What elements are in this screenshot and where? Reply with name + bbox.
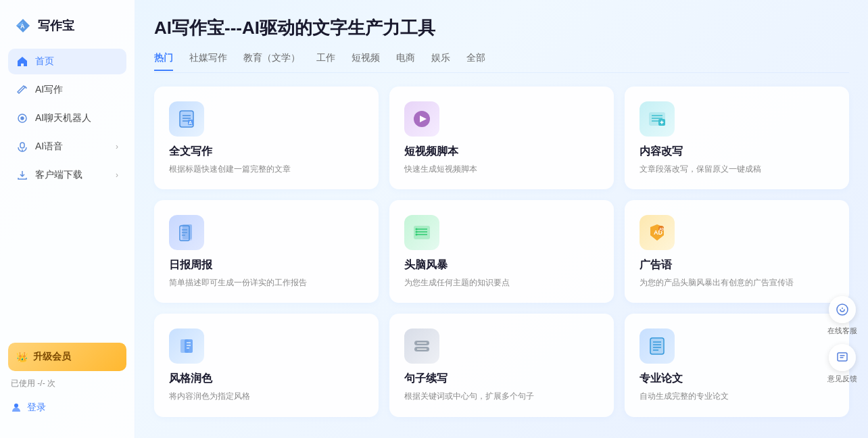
service-icon: [836, 303, 849, 316]
card-thesis[interactable]: 专业论文 自动生成完整的专业论文: [625, 314, 849, 416]
card-desc-thesis: 自动生成完整的专业论文: [640, 390, 834, 403]
card-title-short-video: 短视频脚本: [404, 145, 599, 159]
tab-ecom[interactable]: 电商: [396, 52, 415, 71]
sidebar-item-ai-chat[interactable]: AI聊天机器人: [8, 105, 126, 131]
upgrade-label: 升级会员: [33, 351, 71, 363]
login-button[interactable]: 登录: [8, 396, 126, 419]
logo-text: 写作宝: [38, 18, 74, 34]
main-content: AI写作宝---AI驱动的文字生产力工具 热门 社媒写作 教育（文学） 工作 短…: [135, 0, 868, 438]
sidebar-item-home-label: 首页: [35, 55, 54, 68]
chevron-right-icon: ›: [116, 142, 118, 151]
feedback-icon: [836, 351, 849, 364]
card-icon-daily-report: [169, 215, 204, 250]
card-desc-full-write: 根据标题快速创建一篇完整的文章: [169, 163, 364, 176]
sidebar-item-ai-chat-label: AI聊天机器人: [35, 112, 91, 124]
chat-icon: [16, 112, 28, 124]
card-content-rewrite[interactable]: 内容改写 文章段落改写，保留原义一键成稿: [625, 87, 849, 189]
svg-point-4: [21, 117, 24, 120]
card-style-polish[interactable]: 风格润色 将内容润色为指定风格: [154, 314, 379, 416]
page-title: AI写作宝---AI驱动的文字生产力工具: [154, 16, 849, 40]
online-service-button[interactable]: 在线客服: [827, 296, 857, 336]
svg-rect-39: [185, 339, 193, 353]
login-label: 登录: [27, 402, 46, 414]
chevron-right-icon2: ›: [116, 170, 118, 180]
card-title-continue-writing: 句子续写: [404, 372, 599, 386]
feedback-label: 意见反馈: [827, 374, 857, 384]
card-continue-writing[interactable]: 句子续写 根据关键词或中心句，扩展多个句子: [389, 314, 614, 416]
sidebar-item-download-label: 客户端下载: [35, 169, 82, 181]
voice-icon: [16, 141, 28, 153]
cards-grid: A 全文写作 根据标题快速创建一篇完整的文章 短视频脚本 快速生成短视频脚本: [154, 87, 849, 417]
sidebar-item-download[interactable]: 客户端下载 ›: [8, 162, 126, 188]
svg-point-32: [416, 228, 418, 230]
tab-social[interactable]: 社媒写作: [189, 52, 227, 71]
svg-rect-47: [650, 338, 664, 354]
svg-point-33: [416, 231, 418, 233]
tab-video[interactable]: 短视频: [352, 52, 380, 71]
card-short-video[interactable]: 短视频脚本 快速生成短视频脚本: [389, 87, 614, 189]
svg-point-53: [837, 304, 848, 315]
tab-all[interactable]: 全部: [466, 52, 485, 71]
sidebar-item-home[interactable]: 首页: [8, 49, 126, 74]
card-icon-style-polish: [169, 328, 204, 364]
feedback-button[interactable]: 意见反馈: [827, 344, 857, 384]
upgrade-button[interactable]: 👑 升级会员: [8, 343, 126, 371]
crown-icon: 👑: [16, 351, 28, 362]
card-desc-content-rewrite: 文章段落改写，保留原义一键成稿: [640, 163, 834, 176]
card-desc-continue-writing: 根据关键词或中心句，扩展多个句子: [404, 390, 599, 403]
tab-hot[interactable]: 热门: [154, 52, 173, 71]
svg-point-34: [416, 234, 418, 236]
svg-text:AD: AD: [659, 227, 665, 231]
card-desc-style-polish: 将内容润色为指定风格: [169, 390, 364, 403]
card-ad-copy[interactable]: AD AD 广告语 为您的产品头脑风暴出有创意的广告宣传语: [625, 200, 849, 303]
tab-ent[interactable]: 娱乐: [431, 52, 450, 71]
sidebar: A 写作宝 首页 AI写作: [0, 0, 135, 438]
card-title-content-rewrite: 内容改写: [640, 145, 834, 159]
svg-rect-23: [183, 224, 192, 239]
card-desc-short-video: 快速生成短视频脚本: [404, 163, 599, 176]
card-desc-daily-report: 简单描述即可生成一份详实的工作报告: [169, 276, 364, 289]
tab-edu[interactable]: 教育（文学）: [243, 52, 300, 71]
card-desc-brainstorm: 为您生成任何主题的知识要点: [404, 276, 599, 289]
user-icon: [11, 402, 22, 413]
sidebar-item-ai-write-label: AI写作: [35, 84, 63, 96]
card-title-daily-report: 日报周报: [169, 258, 364, 272]
tabs-bar: 热门 社媒写作 教育（文学） 工作 短视频 电商 娱乐 全部: [154, 52, 849, 73]
logo-icon: A: [14, 16, 32, 35]
sidebar-nav: 首页 AI写作 AI聊天机器人: [0, 49, 135, 335]
download-icon: [16, 169, 28, 181]
card-full-write[interactable]: A 全文写作 根据标题快速创建一篇完整的文章: [154, 87, 379, 189]
card-icon-ad-copy: AD AD: [640, 215, 675, 250]
svg-text:A: A: [189, 120, 192, 125]
card-icon-content-rewrite: [640, 101, 675, 137]
home-icon: [16, 55, 28, 68]
card-icon-brainstorm: [404, 215, 439, 250]
card-desc-ad-copy: 为您的产品头脑风暴出有创意的广告宣传语: [640, 276, 834, 289]
card-icon-continue-writing: [404, 328, 439, 364]
sidebar-bottom: 👑 升级会员 已使用 -/- 次 登录: [0, 335, 135, 427]
online-service-label: 在线客服: [827, 326, 857, 336]
svg-text:A: A: [20, 23, 25, 30]
card-daily-report[interactable]: 日报周报 简单描述即可生成一份详实的工作报告: [154, 200, 379, 303]
logo: A 写作宝: [0, 11, 135, 49]
pen-icon: [16, 84, 28, 96]
card-brainstorm[interactable]: 头脑风暴 为您生成任何主题的知识要点: [389, 200, 614, 303]
card-icon-thesis: [640, 328, 675, 364]
card-title-thesis: 专业论文: [640, 372, 834, 386]
sidebar-item-ai-voice[interactable]: AI语音 ›: [8, 134, 126, 160]
card-title-brainstorm: 头脑风暴: [404, 258, 599, 272]
usage-text: 已使用 -/- 次: [8, 378, 126, 389]
card-title-full-write: 全文写作: [169, 145, 364, 159]
svg-rect-5: [20, 143, 24, 148]
card-icon-full-write: A: [169, 101, 204, 137]
sidebar-item-ai-voice-label: AI语音: [35, 141, 63, 153]
svg-point-54: [842, 308, 843, 309]
card-title-style-polish: 风格润色: [169, 372, 364, 386]
service-icon-wrapper: [829, 296, 856, 323]
svg-rect-55: [838, 353, 847, 361]
float-buttons: 在线客服 意见反馈: [827, 296, 857, 384]
tab-work[interactable]: 工作: [316, 52, 335, 71]
card-title-ad-copy: 广告语: [640, 258, 834, 272]
card-icon-short-video: [404, 101, 439, 137]
sidebar-item-ai-write[interactable]: AI写作: [8, 77, 126, 103]
